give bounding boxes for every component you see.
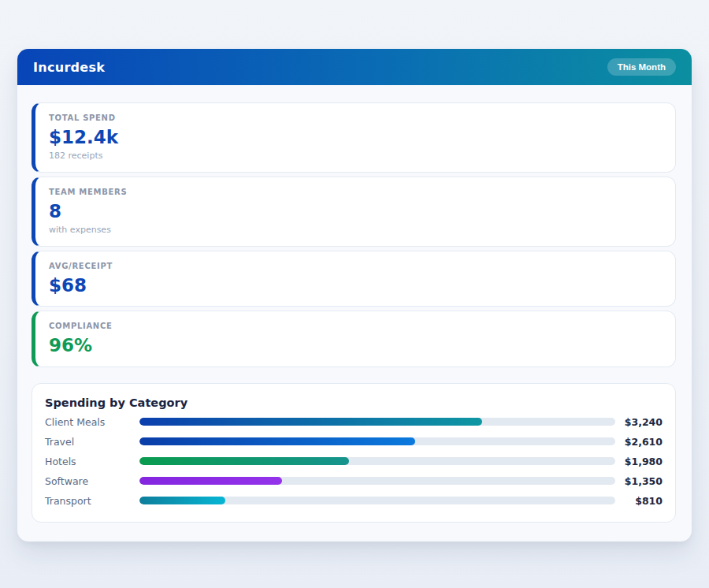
- bar-fill: [139, 437, 415, 445]
- category-label: Hotels: [45, 456, 139, 467]
- stat-value: $68: [49, 276, 662, 295]
- spending-by-category-panel: Spending by Category Client Meals $3,240…: [32, 383, 676, 523]
- stat-card-avg-receipt: AVG/RECEIPT $68: [32, 251, 676, 307]
- bar-fill: [139, 497, 225, 504]
- stat-value: 8: [49, 202, 662, 221]
- stat-card-total-spend: TOTAL SPEND $12.4k 182 receipts: [32, 102, 676, 173]
- bar-fill: [139, 418, 482, 426]
- stat-label: TEAM MEMBERS: [49, 188, 662, 196]
- period-badge[interactable]: This Month: [607, 58, 676, 76]
- bar-fill: [139, 457, 349, 465]
- category-label: Client Meals: [45, 416, 139, 428]
- stat-label: TOTAL SPEND: [49, 114, 662, 122]
- stat-subtext: with expenses: [49, 225, 662, 235]
- dashboard-container: Incurdesk This Month TOTAL SPEND $12.4k …: [17, 49, 692, 541]
- dashboard-body: TOTAL SPEND $12.4k 182 receipts TEAM MEM…: [17, 85, 692, 541]
- stat-card-compliance: COMPLIANCE 96%: [32, 311, 676, 367]
- category-row: Transport $810: [45, 494, 663, 508]
- bar-track: [139, 418, 615, 426]
- category-label: Software: [45, 475, 139, 487]
- bar-track: [139, 477, 615, 485]
- panel-title: Spending by Category: [45, 396, 663, 409]
- stat-card-team-members: TEAM MEMBERS 8 with expenses: [32, 177, 676, 247]
- category-value: $1,350: [615, 475, 663, 487]
- bar-track: [139, 497, 615, 504]
- category-row: Travel $2,610: [45, 435, 663, 448]
- bar-fill: [139, 477, 282, 485]
- bar-track: [139, 457, 615, 465]
- app-header: Incurdesk This Month: [17, 49, 692, 85]
- category-value: $3,240: [615, 416, 663, 428]
- app-title: Incurdesk: [33, 60, 105, 75]
- stat-subtext: 182 receipts: [49, 151, 662, 161]
- category-row: Client Meals $3,240: [45, 415, 663, 429]
- category-value: $810: [615, 495, 663, 507]
- category-row: Software $1,350: [45, 474, 663, 488]
- stat-value: 96%: [49, 336, 662, 355]
- stat-label: AVG/RECEIPT: [49, 262, 662, 270]
- category-value: $2,610: [615, 436, 663, 448]
- stat-value: $12.4k: [49, 128, 662, 147]
- bar-track: [139, 437, 615, 445]
- category-value: $1,980: [615, 456, 663, 467]
- stat-label: COMPLIANCE: [49, 322, 662, 330]
- category-label: Transport: [45, 495, 139, 507]
- category-row: Hotels $1,980: [45, 455, 663, 468]
- category-label: Travel: [45, 436, 139, 448]
